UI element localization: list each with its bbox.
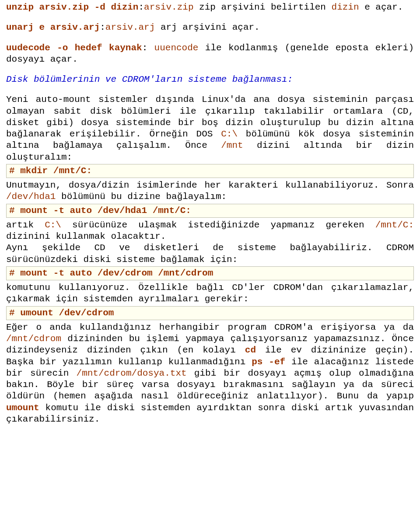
codebox-umount-cdrom: # umount /dev/cdrom <box>6 306 414 320</box>
para-unarj: unarj e arsiv.arj:arsiv.arj arj arşivini… <box>6 22 414 33</box>
para-mount-intro: Yeni auto-mount sistemler dışında Linux'… <box>6 94 414 163</box>
para-mount-result: artık C:\ sürücünüze ulaşmak istediğiniz… <box>6 220 414 265</box>
codebox-mkdir: # mkdir /mnt/C: <box>6 164 414 178</box>
section-heading: Disk bölümlerinin ve CDROM'ların sisteme… <box>6 74 414 85</box>
cmd-cd: cd <box>245 345 256 355</box>
cmd-unzip: unzip arsiv.zip -d dizin <box>6 2 138 12</box>
arg-uudecode: uuencode <box>154 43 199 53</box>
cmd-unarj: unarj e arsiv.arj <box>6 22 100 32</box>
arg-unarj: arsiv.arj <box>105 22 155 32</box>
cmd-ps: ps -ef <box>252 357 285 367</box>
cmd-uudecode: uudecode -o hedef kaynak <box>6 43 142 53</box>
arg-unzip: arsiv.zip <box>144 2 193 12</box>
codebox-mount-cdrom: # mount -t auto /dev/cdrom /mnt/cdrom <box>6 266 414 280</box>
para-unzip: unzip arsiv.zip -d dizin:arsiv.zip zip a… <box>6 2 414 13</box>
codebox-mount-hda1: # mount -t auto /dev/hda1 /mnt/C: <box>6 204 414 218</box>
cmd-umount: umount <box>6 403 39 413</box>
para-uudecode: uudecode -o hedef kaynak: uuencode ile k… <box>6 42 414 66</box>
para-mount-dev: Unutmayın, dosya/dizin isimlerinde her k… <box>6 180 414 203</box>
para-umount-intro: komutunu kullanıyoruz. Özellikle bağlı C… <box>6 282 414 305</box>
para-umount-detail: Eğer o anda kullandığınız herhangibir pr… <box>6 322 414 425</box>
